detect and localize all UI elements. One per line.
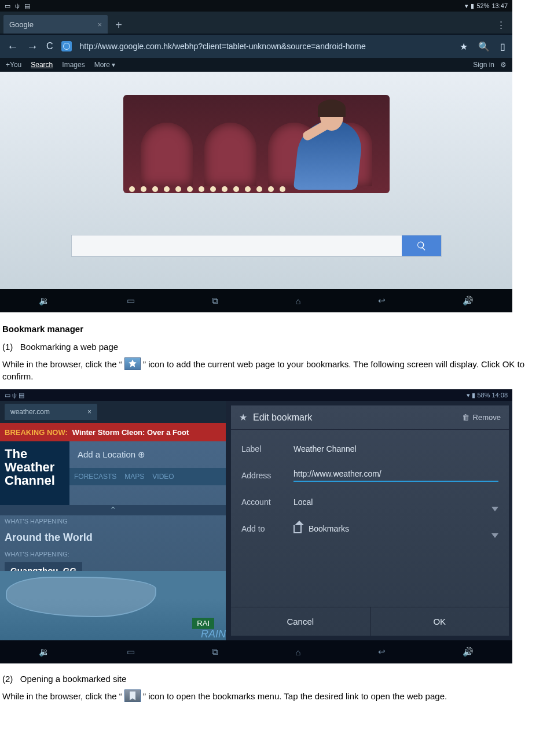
wifi-icon: ▾ [465, 2, 468, 10]
screenshot-icon[interactable]: ⧉ [212, 647, 218, 657]
rain-tag: RAI [192, 618, 214, 629]
vol-down-icon[interactable]: 🔉 [39, 647, 50, 657]
browser-tab-strip: Google × + ⋮ [0, 12, 512, 35]
signin-link[interactable]: Sign in [473, 61, 494, 69]
gear-icon[interactable]: ⚙ [500, 61, 507, 69]
dropdown-indicator-icon [491, 507, 498, 511]
forward-button[interactable]: → [27, 40, 38, 53]
status-icon: ▭ ψ ▤ [5, 392, 24, 399]
google-search-button[interactable] [402, 235, 441, 256]
page-content [0, 72, 512, 289]
google-search-input[interactable] [72, 235, 402, 256]
dialog-title: Edit bookmark [253, 412, 312, 423]
screenshot-icon[interactable]: ⧉ [212, 296, 218, 306]
tab-close-icon[interactable]: × [87, 408, 91, 416]
account-caption: Account [241, 497, 293, 507]
breaking-label: BREAKING NOW: [5, 428, 68, 437]
battery-percent-2: 58% [477, 392, 490, 399]
vol-up-icon[interactable]: 🔊 [463, 647, 474, 657]
bookmark-folder-icon [293, 525, 302, 533]
rain-word: RAIN [201, 628, 226, 640]
step1-title: Bookmarking a web page [20, 342, 118, 352]
step2-num: (2) [2, 674, 13, 684]
home-icon[interactable]: ⌂ [296, 647, 301, 657]
wifi-icon: ▾ [467, 392, 470, 399]
dropdown-indicator-icon [491, 533, 498, 538]
home-icon[interactable]: ⌂ [296, 296, 301, 306]
ok-button[interactable]: OK [370, 607, 509, 636]
address-field[interactable]: http://www.weather.com/ [293, 469, 498, 482]
gbar-you[interactable]: +You [6, 61, 21, 69]
tab-video[interactable]: VIDEO [152, 473, 174, 481]
dialog-title-bar: ★ Edit bookmark 🗑 Remove [231, 405, 509, 430]
gbar-images[interactable]: Images [62, 61, 85, 69]
cancel-button[interactable]: Cancel [231, 607, 370, 636]
tab-overflow-icon[interactable]: ⋮ [497, 20, 505, 30]
add-location-field[interactable]: Add a Location ⊕ [69, 441, 226, 468]
android-nav-bar-2: 🔉 ▭ ⧉ ⌂ ↩ 🔊 [0, 640, 512, 663]
breaking-bar: BREAKING NOW: Winter Storm Cleon: Over a… [0, 423, 226, 441]
background-page: weather.com × BREAKING NOW: Winter Storm… [0, 401, 226, 640]
step-1-heading: (1) Bookmarking a web page [0, 340, 554, 354]
back-button[interactable]: ← [7, 40, 19, 53]
bookmarks-list-icon [124, 689, 141, 702]
back-nav-icon[interactable]: ↩ [378, 647, 386, 657]
star-bookmark-icon [124, 357, 141, 370]
recents-icon[interactable]: ▭ [127, 296, 135, 306]
step-2-heading: (2) Opening a bookmarked site [0, 672, 554, 686]
google-search-bar [71, 235, 442, 257]
site-globe-icon [61, 41, 72, 51]
back-nav-icon[interactable]: ↩ [378, 296, 386, 306]
screenshot-browser-google: ▭ ψ ▤ ▾ ▮ 52% 13:47 Google × + ⋮ ← → C h… [0, 0, 512, 312]
reload-button[interactable]: C [46, 41, 53, 51]
recents-icon[interactable]: ▭ [127, 647, 135, 657]
browser-tab[interactable]: Google × [3, 15, 108, 34]
gbar-more[interactable]: More ▾ [94, 61, 116, 69]
account-select[interactable]: Local [293, 497, 491, 507]
tab-close-icon[interactable]: × [97, 20, 102, 29]
star-icon[interactable]: ★ [460, 41, 468, 52]
weather-channel-logo: The Weather Channel [0, 441, 69, 505]
url-field[interactable]: http://www.google.com.hk/webhp?client=ta… [80, 42, 452, 51]
vol-up-icon[interactable]: 🔊 [463, 296, 474, 306]
section-title: Bookmark manager [0, 324, 554, 334]
status-icon-square: ▭ [5, 2, 10, 10]
remove-label: Remove [473, 413, 501, 422]
tab-maps[interactable]: MAPS [124, 473, 144, 481]
step2-text-b: ” icon to open the bookmarks menu. Tap t… [143, 691, 447, 701]
star-icon: ★ [239, 412, 247, 423]
gbar-search[interactable]: Search [31, 61, 53, 69]
google-doodle[interactable] [123, 95, 390, 193]
android-status-bar: ▭ ψ ▤ ▾ ▮ 52% 13:47 [0, 0, 512, 12]
vol-down-icon[interactable]: 🔉 [39, 296, 50, 306]
android-status-bar-2: ▭ ψ ▤ ▾ ▮ 58% 14:08 [0, 389, 512, 401]
tab-forecasts[interactable]: FORECASTS [74, 473, 116, 481]
step1-text-a: While in the browser, click the “ [2, 359, 122, 369]
weather-map: RAI RAIN [0, 571, 226, 640]
search-icon[interactable]: 🔍 [478, 41, 490, 52]
step1-num: (1) [2, 342, 13, 352]
status-time: 13:47 [491, 2, 508, 9]
edit-bookmark-dialog: ★ Edit bookmark 🗑 Remove Label Weather C… [231, 405, 509, 636]
step-1-body: While in the browser, click the “ ” icon… [0, 356, 554, 383]
new-tab-button[interactable]: + [110, 16, 127, 34]
addto-caption: Add to [241, 524, 293, 533]
addto-select[interactable]: Bookmarks [293, 524, 491, 533]
bookmarks-icon[interactable]: ▯ [500, 41, 505, 52]
browser-tab-weather[interactable]: weather.com × [5, 404, 97, 420]
addto-value: Bookmarks [309, 524, 349, 533]
step-2-body: While in the browser, click the “ ” icon… [0, 688, 554, 706]
label-caption: Label [241, 444, 293, 453]
weather-tabs: FORECASTS MAPS VIDEO [69, 468, 226, 485]
android-nav-bar: 🔉 ▭ ⧉ ⌂ ↩ 🔊 [0, 289, 512, 312]
trash-icon: 🗑 [462, 413, 469, 422]
browser-toolbar: ← → C http://www.google.com.hk/webhp?cli… [0, 35, 512, 58]
label-field[interactable]: Weather Channel [293, 444, 498, 453]
world-heading: Around the World [0, 527, 226, 548]
battery-icon: ▮ [471, 2, 474, 10]
tab-title: Google [9, 20, 34, 29]
remove-button[interactable]: 🗑 Remove [462, 413, 501, 422]
brand-line: The [5, 447, 65, 460]
step2-text-a: While in the browser, click the “ [2, 691, 122, 701]
status-icon-sd: ▤ [24, 2, 30, 10]
